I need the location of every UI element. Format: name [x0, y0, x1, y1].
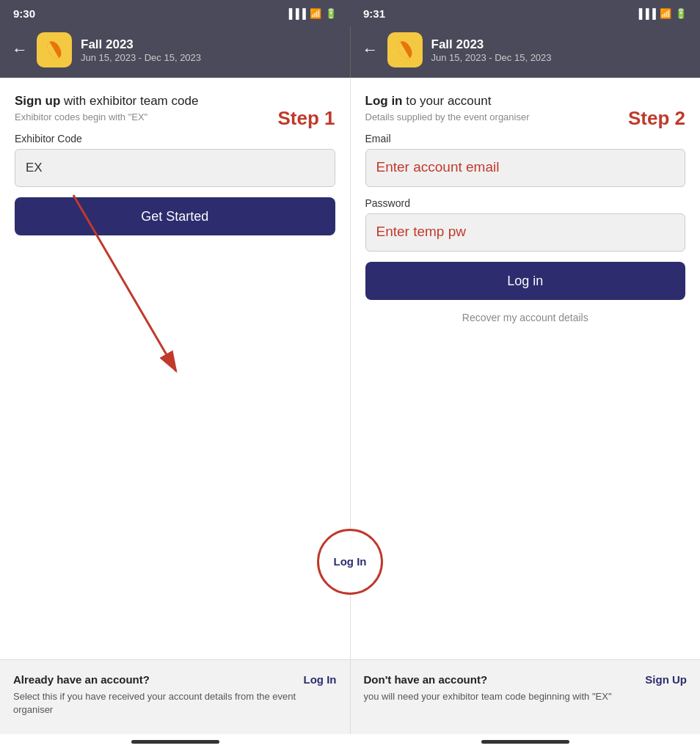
exhibitor-code-label: Exhibitor Code: [15, 133, 335, 144]
circle-label: Log In: [334, 555, 367, 568]
step1-label: Step 1: [277, 107, 335, 130]
left-status-icons: ▐▐▐ 📶 🔋: [285, 8, 337, 19]
right-app-name: Fall 2023: [431, 37, 552, 52]
bottom-left-title: Already have an account?: [13, 673, 150, 686]
right-home-indicator: [350, 734, 700, 751]
left-app-name: Fall 2023: [81, 37, 201, 52]
right-header: ← Fall 2023 Jun 15, 2023 - Dec 15, 2023: [351, 26, 701, 78]
bottom-right-row: Don't have an account? Sign Up: [364, 673, 688, 686]
circle-annotation: Log In: [317, 529, 383, 595]
right-panel-title: Log in to your account: [365, 94, 686, 109]
email-input[interactable]: [365, 149, 686, 187]
left-app-dates: Jun 15, 2023 - Dec 15, 2023: [81, 52, 201, 63]
wifi-icon-r: 📶: [660, 8, 671, 19]
header-bar: ← Fall 2023 Jun 15, 2023 - Dec 15, 2023 …: [0, 26, 700, 78]
left-back-button[interactable]: ←: [12, 40, 28, 59]
login-button[interactable]: Log in: [365, 262, 686, 300]
signal-icon-r: ▐▐▐: [635, 8, 656, 19]
bottom-right-action[interactable]: Sign Up: [645, 673, 687, 686]
status-bar: 9:30 ▐▐▐ 📶 🔋 9:31 ▐▐▐ 📶 🔋: [0, 0, 700, 26]
bottom-bar: Already have an account? Log In Select t…: [0, 659, 700, 734]
left-header-text: Fall 2023 Jun 15, 2023 - Dec 15, 2023: [81, 37, 201, 63]
left-home-bar: [131, 740, 219, 744]
right-title-bold: Log in: [365, 94, 403, 108]
left-status-bar: 9:30 ▐▐▐ 📶 🔋: [0, 0, 350, 26]
right-header-text: Fall 2023 Jun 15, 2023 - Dec 15, 2023: [431, 37, 552, 63]
left-home-indicator: [0, 734, 350, 751]
bottom-left-row: Already have an account? Log In: [13, 673, 337, 686]
left-title-rest: with exhibitor team code: [60, 94, 198, 108]
password-input[interactable]: [365, 213, 686, 252]
main-area: Sign up with exhibitor team code Exhibit…: [0, 78, 700, 659]
right-status-icons: ▐▐▐ 📶 🔋: [635, 8, 687, 19]
bottom-right-desc: you will need your exhibitor team code b…: [364, 690, 688, 703]
signal-icon: ▐▐▐: [285, 8, 306, 19]
bottom-right: Don't have an account? Sign Up you will …: [350, 660, 701, 734]
left-header: ← Fall 2023 Jun 15, 2023 - Dec 15, 2023: [0, 26, 350, 78]
left-time: 9:30: [13, 7, 35, 20]
right-time: 9:31: [363, 7, 385, 20]
right-app-icon: [387, 32, 423, 67]
bottom-left-action[interactable]: Log In: [304, 673, 337, 686]
home-indicator: [0, 734, 700, 751]
wifi-icon: 📶: [310, 8, 321, 19]
bottom-left-desc: Select this if you have received your ac…: [13, 690, 337, 717]
get-started-button[interactable]: Get Started: [15, 197, 335, 235]
left-title-bold: Sign up: [15, 94, 60, 108]
recover-link[interactable]: Recover my account details: [365, 312, 686, 323]
battery-icon: 🔋: [325, 8, 337, 19]
email-label: Email: [365, 133, 686, 144]
left-panel: Sign up with exhibitor team code Exhibit…: [0, 78, 351, 659]
right-home-bar: [481, 740, 569, 744]
battery-icon-r: 🔋: [675, 8, 687, 19]
left-app-icon: [37, 32, 72, 67]
right-status-bar: 9:31 ▐▐▐ 📶 🔋: [350, 0, 700, 26]
right-app-dates: Jun 15, 2023 - Dec 15, 2023: [431, 52, 552, 63]
bottom-left: Already have an account? Log In Select t…: [0, 660, 350, 734]
exhibitor-code-input[interactable]: [15, 149, 335, 187]
right-back-button[interactable]: ←: [362, 40, 379, 59]
right-title-rest: to your account: [402, 94, 491, 108]
bottom-right-title: Don't have an account?: [364, 673, 488, 686]
password-label: Password: [365, 197, 686, 209]
step2-label: Step 2: [628, 107, 685, 130]
left-panel-title: Sign up with exhibitor team code: [15, 94, 335, 109]
right-panel: Log in to your account Details supplied …: [351, 78, 701, 659]
